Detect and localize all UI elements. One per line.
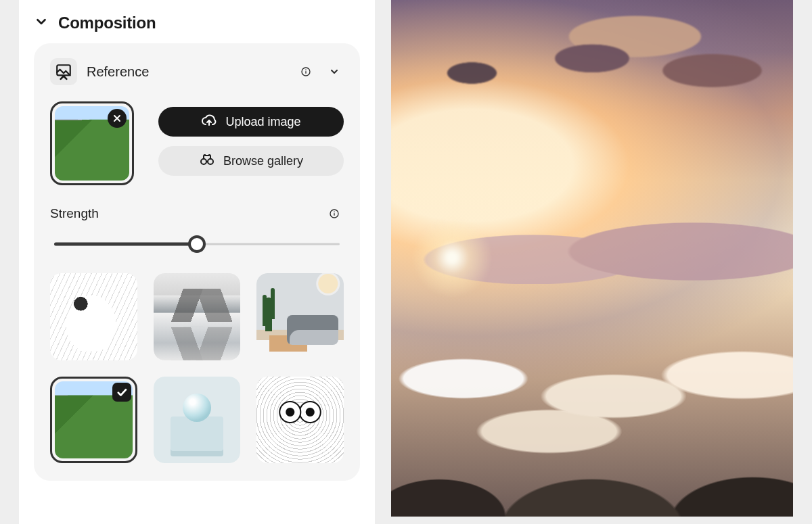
gallery-item-0[interactable] [50, 273, 137, 360]
reference-info-button[interactable] [296, 62, 315, 81]
reference-remove-button[interactable] [108, 109, 127, 128]
slider-handle[interactable] [188, 235, 206, 253]
reference-thumbnail[interactable] [50, 101, 134, 185]
reference-gallery [50, 273, 344, 463]
svg-point-3 [305, 70, 307, 71]
reference-subpanel: Reference Upload image [34, 43, 360, 481]
gallery-item-4[interactable] [154, 377, 241, 464]
composition-header[interactable]: Composition [34, 14, 360, 32]
browse-gallery-button[interactable]: Browse gallery [158, 146, 344, 176]
composition-panel: Composition Reference [19, 0, 375, 524]
reference-buttons: Upload image Browse gallery [158, 101, 344, 185]
reference-icon [50, 58, 77, 85]
slider-fill [54, 243, 197, 246]
reference-body: Upload image Browse gallery [50, 101, 344, 185]
strength-slider[interactable] [54, 235, 340, 253]
gallery-item-5[interactable] [256, 377, 344, 464]
strength-info-button[interactable] [325, 204, 344, 223]
gallery-item-3[interactable] [50, 377, 137, 464]
chevron-down-icon [34, 14, 49, 32]
reference-title: Reference [87, 64, 287, 80]
binoculars-icon [199, 151, 215, 171]
reference-header-row: Reference [50, 58, 344, 85]
generated-preview-image [391, 0, 793, 517]
gallery-item-2[interactable] [256, 273, 344, 360]
upload-image-label: Upload image [225, 115, 300, 129]
gallery-item-1[interactable] [154, 273, 241, 360]
strength-label: Strength [50, 206, 99, 221]
browse-gallery-label: Browse gallery [223, 154, 303, 168]
composition-title: Composition [58, 14, 156, 32]
strength-row: Strength [50, 204, 344, 223]
upload-image-button[interactable]: Upload image [158, 107, 344, 137]
selected-check-icon [112, 383, 131, 402]
svg-point-10 [334, 212, 335, 213]
reference-collapse-button[interactable] [325, 62, 344, 81]
svg-point-6 [201, 159, 206, 164]
cloud-upload-icon [201, 112, 217, 132]
svg-point-7 [208, 159, 213, 164]
